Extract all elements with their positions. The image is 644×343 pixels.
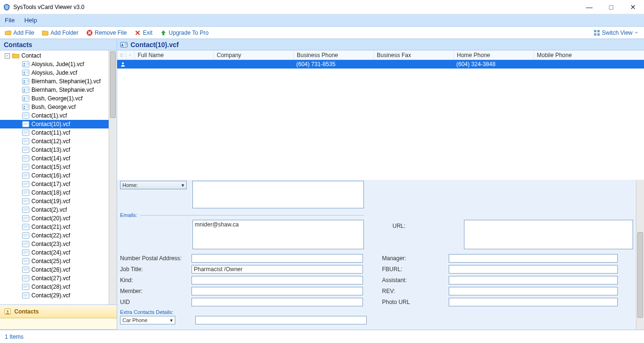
tree-item[interactable]: Contact(18).vcf bbox=[0, 188, 109, 197]
add-folder-button[interactable]: Add Folder bbox=[40, 29, 80, 37]
tree-item[interactable]: Contact(1).vcf bbox=[0, 111, 109, 120]
switch-view-button[interactable]: Switch View bbox=[591, 29, 641, 37]
tree-item[interactable]: Contact(17).vcf bbox=[0, 180, 109, 188]
folder-icon bbox=[12, 52, 20, 59]
svg-rect-12 bbox=[26, 71, 29, 72]
tree-item[interactable]: Contact(19).vcf bbox=[0, 197, 109, 206]
details-scroll-thumb[interactable] bbox=[637, 232, 643, 318]
svg-rect-61 bbox=[23, 167, 28, 167]
collapse-icon[interactable]: − bbox=[5, 53, 10, 59]
svg-rect-121 bbox=[23, 295, 28, 295]
tree-item[interactable]: Contact(10).vcf bbox=[0, 120, 109, 128]
input-manager[interactable] bbox=[449, 254, 618, 263]
grid-row-selected[interactable]: (604) 731-8535 (604) 324-3848 bbox=[117, 60, 644, 69]
remove-file-button[interactable]: Remove File bbox=[84, 29, 129, 37]
menu-file[interactable]: File bbox=[5, 17, 15, 24]
tree-item[interactable]: Biernham, Stephanie.vcf bbox=[0, 86, 109, 94]
tree-item-label: Contact(14).vcf bbox=[31, 155, 70, 162]
tree-item-label: Biernham, Stephanie.vcf bbox=[31, 87, 94, 93]
col-icon2[interactable] bbox=[126, 50, 134, 59]
tree-item[interactable]: Contact(16).vcf bbox=[0, 171, 109, 180]
input-rev[interactable] bbox=[449, 287, 618, 295]
tree-item[interactable]: Bush, George.vcf bbox=[0, 103, 109, 111]
input-member[interactable] bbox=[191, 287, 363, 295]
menu-help[interactable]: Help bbox=[24, 17, 37, 24]
input-num-postal[interactable] bbox=[191, 254, 363, 263]
col-home-phone[interactable]: Home Phone bbox=[453, 50, 533, 59]
tree-item[interactable]: Contact(2).vcf bbox=[0, 206, 109, 214]
svg-rect-52 bbox=[23, 148, 28, 149]
tree-item[interactable]: Contact(29).vcf bbox=[0, 291, 109, 300]
svg-rect-78 bbox=[23, 202, 27, 202]
emails-textbox[interactable]: mnider@shaw.ca bbox=[192, 220, 364, 249]
col-icon1[interactable] bbox=[117, 50, 126, 59]
col-business-fax[interactable]: Business Fax bbox=[373, 50, 453, 59]
tree-item[interactable]: Contact(12).vcf bbox=[0, 137, 109, 146]
input-fburl[interactable] bbox=[449, 265, 618, 274]
input-assistant[interactable] bbox=[449, 276, 618, 284]
svg-rect-7 bbox=[26, 63, 29, 63]
tree-item[interactable]: Contact(14).vcf bbox=[0, 154, 109, 163]
svg-rect-92 bbox=[23, 234, 28, 235]
col-mobile-phone[interactable]: Mobile Phone bbox=[533, 50, 644, 59]
col-full-name[interactable]: Full Name bbox=[134, 50, 213, 59]
nav-contacts-tab[interactable]: Contacts bbox=[0, 305, 117, 318]
tree-item[interactable]: Contact(22).vcf bbox=[0, 231, 109, 240]
svg-rect-66 bbox=[23, 176, 27, 176]
address-type-select[interactable]: Home: ▾ bbox=[120, 181, 187, 189]
input-photo-url[interactable] bbox=[449, 298, 618, 306]
svg-rect-118 bbox=[23, 287, 27, 288]
svg-rect-96 bbox=[23, 243, 28, 243]
input-kind[interactable] bbox=[191, 276, 363, 284]
svg-rect-84 bbox=[23, 217, 28, 217]
tree-item[interactable]: Contact(15).vcf bbox=[0, 163, 109, 171]
url-textbox[interactable] bbox=[464, 220, 633, 249]
svg-rect-88 bbox=[23, 225, 28, 226]
address-textbox[interactable] bbox=[192, 181, 364, 208]
tree-item[interactable]: Contact(13).vcf bbox=[0, 146, 109, 154]
tree-scroll-thumb[interactable] bbox=[110, 51, 116, 118]
svg-rect-104 bbox=[23, 260, 28, 260]
svg-rect-62 bbox=[23, 167, 27, 168]
tree-root-label: Contact bbox=[21, 52, 41, 59]
svg-rect-58 bbox=[23, 159, 27, 159]
page-icon bbox=[120, 52, 123, 58]
tree-item[interactable]: Contact(24).vcf bbox=[0, 248, 109, 257]
tree-item[interactable]: Contact(25).vcf bbox=[0, 257, 109, 265]
tree-item[interactable]: Aloysius, Jude.vcf bbox=[0, 69, 109, 77]
col-business-phone[interactable]: Business Phone bbox=[293, 50, 373, 59]
extra-type-select[interactable]: Car Phone ▾ bbox=[120, 316, 175, 324]
tree-item[interactable]: Contact(21).vcf bbox=[0, 223, 109, 231]
tree-item[interactable]: Aloysius, Jude(1).vcf bbox=[0, 60, 109, 69]
input-job-title[interactable]: Pharmacist /Owner bbox=[191, 265, 363, 274]
svg-rect-106 bbox=[23, 262, 27, 262]
file-tree[interactable]: −ContactAloysius, Jude(1).vcfAloysius, J… bbox=[0, 50, 109, 304]
extra-section-label: Extra Contacts Details: bbox=[120, 309, 633, 315]
maximize-button[interactable]: □ bbox=[600, 0, 622, 14]
tree-item[interactable]: Contact(11).vcf bbox=[0, 128, 109, 137]
details-scrollbar[interactable] bbox=[636, 180, 644, 330]
tree-item[interactable]: Contact(20).vcf bbox=[0, 214, 109, 223]
tree-item[interactable]: Contact(28).vcf bbox=[0, 283, 109, 291]
tree-item[interactable]: Contact(26).vcf bbox=[0, 265, 109, 274]
minimize-button[interactable]: — bbox=[578, 0, 600, 14]
tree-scrollbar[interactable] bbox=[109, 50, 117, 304]
tree-item-label: Contact(27).vcf bbox=[31, 275, 70, 282]
tree-root[interactable]: −Contact bbox=[0, 51, 109, 60]
tree-item[interactable]: Contact(27).vcf bbox=[0, 274, 109, 283]
svg-rect-23 bbox=[26, 89, 29, 90]
tree-item[interactable]: Biernham, Stephanie(1).vcf bbox=[0, 77, 109, 86]
extra-value-input[interactable] bbox=[195, 316, 367, 324]
add-file-button[interactable]: Add File bbox=[3, 29, 36, 37]
tree-item[interactable]: Contact(23).vcf bbox=[0, 240, 109, 248]
col-company[interactable]: Company bbox=[213, 50, 293, 59]
exit-button[interactable]: Exit bbox=[132, 29, 154, 37]
svg-rect-93 bbox=[23, 235, 28, 235]
url-label: URL: bbox=[392, 220, 459, 229]
status-text: 1 Items bbox=[5, 333, 23, 340]
close-button[interactable]: ✕ bbox=[622, 0, 644, 14]
input-uid[interactable] bbox=[191, 298, 363, 306]
svg-rect-74 bbox=[23, 193, 27, 194]
upgrade-button[interactable]: Upgrade To Pro bbox=[158, 29, 211, 37]
tree-item[interactable]: Bush, George(1).vcf bbox=[0, 94, 109, 103]
